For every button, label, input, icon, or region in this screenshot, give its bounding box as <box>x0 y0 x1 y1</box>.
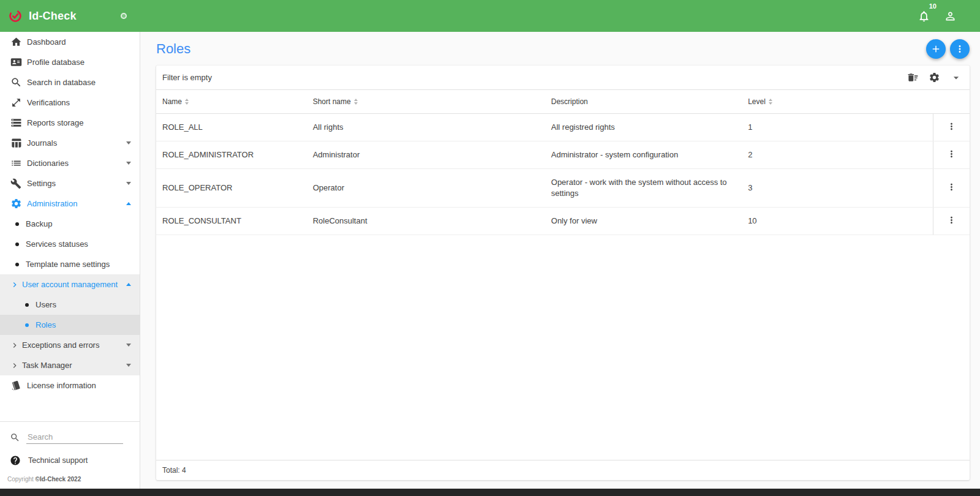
storage-icon <box>10 117 22 129</box>
table-row[interactable]: ROLE_ADMINISTRATOR Administrator Adminis… <box>156 141 970 169</box>
sidebar-item-verifications[interactable]: Verifications <box>0 92 140 113</box>
search-icon <box>10 432 20 443</box>
app-logo-icon <box>8 9 23 23</box>
cell-description: Administrator - system configuration <box>545 141 742 169</box>
table-icon <box>10 137 22 149</box>
cell-description: Only for view <box>545 208 742 235</box>
main-content: Roles Filter is empty <box>140 32 980 489</box>
book-icon <box>10 380 22 392</box>
technical-support-link[interactable]: Technical support <box>0 448 140 473</box>
sidebar-item-journals[interactable]: Journals <box>0 133 140 153</box>
chevron-down-icon <box>126 364 131 367</box>
table-row[interactable]: ROLE_OPERATOR Operator Operator - work w… <box>156 169 970 208</box>
user-account-button[interactable] <box>944 10 957 23</box>
total-count: Total: 4 <box>162 466 186 475</box>
table-row[interactable]: ROLE_ALL All rights All registred rights… <box>156 114 970 141</box>
column-header-short-name[interactable]: Short name <box>307 90 545 114</box>
search-icon <box>10 77 22 89</box>
chevron-down-icon <box>126 182 131 185</box>
sidebar-search-input[interactable] <box>26 430 123 444</box>
sidebar-item-administration[interactable]: Administration <box>0 194 140 214</box>
cell-short-name: All rights <box>307 114 545 141</box>
cell-short-name: Operator <box>307 169 545 208</box>
brand: Id-Check <box>0 0 140 32</box>
sidebar-nav: Dashboard Profile database Search in dat… <box>0 32 140 396</box>
sidebar-item-task-manager[interactable]: Task Manager <box>0 355 140 375</box>
cell-short-name: Administrator <box>307 141 545 169</box>
cell-description: Operator - work with the system without … <box>545 169 742 208</box>
column-header-name[interactable]: Name <box>156 90 307 114</box>
sidebar-toggle-icon[interactable] <box>121 13 127 19</box>
delete-sweep-icon <box>907 72 919 83</box>
cell-short-name: RoleConsultant <box>307 208 545 235</box>
chevron-up-icon <box>126 202 131 205</box>
contact-card-icon <box>10 56 22 69</box>
sidebar-bottom: Technical support Copyright ©Id-Check 20… <box>0 421 140 489</box>
table-header-row: Name Short name Description Level <box>156 90 970 114</box>
bullet-icon <box>25 303 29 307</box>
arrow-drop-down-icon <box>950 72 962 84</box>
chevron-right-icon <box>10 340 20 350</box>
clear-filter-button[interactable] <box>907 72 919 83</box>
sidebar-search <box>0 422 140 448</box>
add-role-button[interactable] <box>926 39 946 59</box>
cell-name: ROLE_CONSULTANT <box>156 208 307 235</box>
filter-bar: Filter is empty <box>156 66 970 90</box>
page-title: Roles <box>156 41 190 57</box>
kebab-icon <box>954 43 965 54</box>
topbar-actions: 10 <box>918 10 980 23</box>
page-header: Roles <box>156 32 970 66</box>
filter-actions <box>907 72 962 84</box>
table-settings-button[interactable] <box>929 72 940 83</box>
cell-actions <box>933 141 970 169</box>
sidebar-item-template-name-settings[interactable]: Template name settings <box>0 254 140 274</box>
column-header-description[interactable]: Description <box>545 90 742 114</box>
sidebar-item-license-information[interactable]: License information <box>0 375 140 396</box>
sidebar-item-dashboard[interactable]: Dashboard <box>0 32 140 52</box>
sidebar-item-profile-database[interactable]: Profile database <box>0 52 140 72</box>
sidebar-item-users[interactable]: Users <box>0 295 140 315</box>
cell-level: 2 <box>742 141 933 169</box>
notifications-button[interactable]: 10 <box>918 10 930 23</box>
sidebar-item-search-in-database[interactable]: Search in database <box>0 72 140 92</box>
bullet-icon <box>15 263 19 266</box>
sort-icon <box>354 99 358 105</box>
column-header-actions <box>933 90 970 114</box>
chevron-down-icon <box>126 141 131 145</box>
sidebar-item-backup[interactable]: Backup <box>0 214 140 234</box>
top-bar: Id-Check 10 <box>0 0 980 32</box>
table-row[interactable]: ROLE_CONSULTANT RoleConsultant Only for … <box>156 208 970 235</box>
sidebar-item-user-account-management[interactable]: User account management <box>0 274 140 295</box>
sidebar-item-reports-storage[interactable]: Reports storage <box>0 113 140 133</box>
cell-name: ROLE_ADMINISTRATOR <box>156 141 307 169</box>
row-menu-button[interactable] <box>945 120 958 133</box>
column-header-level[interactable]: Level <box>742 90 933 114</box>
bullet-icon <box>15 242 19 246</box>
sidebar-item-dictionaries[interactable]: Dictionaries <box>0 153 140 173</box>
sidebar-item-services-statuses[interactable]: Services statuses <box>0 234 140 254</box>
gear-icon <box>929 72 940 83</box>
roles-panel: Filter is empty Name Short name Descript… <box>156 66 970 480</box>
app-title: Id-Check <box>29 10 77 23</box>
cell-level: 3 <box>742 169 933 208</box>
sidebar-item-roles[interactable]: Roles <box>0 315 140 335</box>
cell-name: ROLE_ALL <box>156 114 307 141</box>
bottom-bar <box>0 489 980 496</box>
row-menu-button[interactable] <box>945 148 958 160</box>
sidebar-item-exceptions-and-errors[interactable]: Exceptions and errors <box>0 335 140 355</box>
notification-count-badge: 10 <box>929 2 937 10</box>
row-menu-button[interactable] <box>945 214 958 227</box>
chevron-down-icon <box>126 344 131 347</box>
chevron-down-icon <box>126 162 131 165</box>
cell-actions <box>933 169 970 208</box>
sort-icon <box>769 99 772 105</box>
cell-level: 1 <box>742 114 933 141</box>
sidebar-item-settings[interactable]: Settings <box>0 173 140 194</box>
cell-level: 10 <box>742 208 933 235</box>
cell-actions <box>933 208 970 235</box>
copyright: Copyright ©Id-Check 2022 <box>0 473 140 489</box>
row-menu-button[interactable] <box>945 181 958 194</box>
page-menu-button[interactable] <box>950 39 970 59</box>
expand-filter-button[interactable] <box>950 72 962 84</box>
chevron-up-icon <box>126 283 131 286</box>
